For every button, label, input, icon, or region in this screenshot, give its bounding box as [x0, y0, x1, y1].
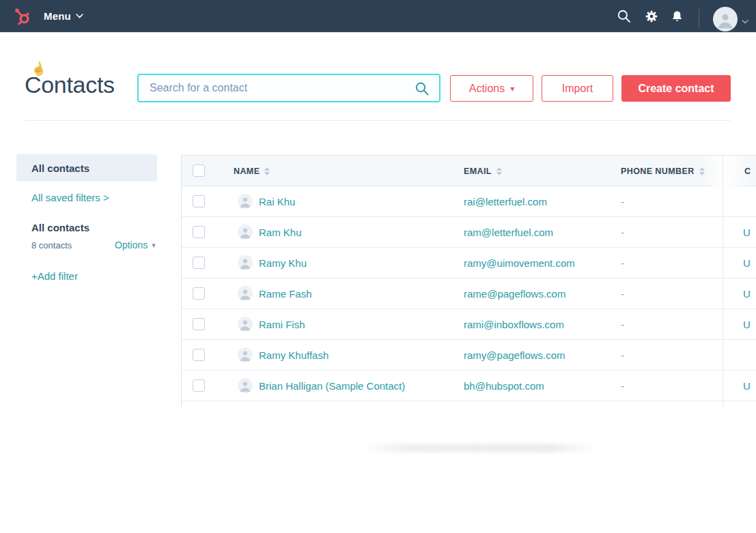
- user-avatar[interactable]: [713, 7, 738, 31]
- menu-dropdown[interactable]: Menu: [44, 0, 83, 32]
- options-label: Options: [115, 240, 148, 250]
- contact-phone: -: [621, 227, 624, 238]
- contact-name-link[interactable]: Rame Fash: [259, 288, 312, 300]
- row-checkbox[interactable]: [193, 226, 205, 238]
- contact-email-link[interactable]: bh@hubspot.com: [464, 380, 544, 392]
- contact-name-link[interactable]: Ramy Khuffash: [259, 349, 328, 361]
- contact-name-link[interactable]: Ram Khu: [259, 227, 302, 238]
- actions-label: Actions: [469, 83, 505, 95]
- column-header-contact-owner-cutoff[interactable]: C: [744, 156, 751, 186]
- table-header-row: NAME EMAIL PHONE NUMBER C: [182, 156, 756, 186]
- contact-phone: -: [621, 196, 624, 207]
- table-row: Rame Fash rame@pageflows.com - U: [182, 278, 756, 309]
- contact-phone: -: [621, 380, 624, 392]
- search-icon[interactable]: [617, 0, 631, 32]
- caret-down-icon: ▾: [510, 85, 514, 93]
- table-bottom-strip: [182, 401, 756, 409]
- row-checkbox[interactable]: [193, 195, 205, 207]
- contact-phone: -: [621, 257, 624, 269]
- contact-phone: -: [621, 288, 624, 300]
- contact-name-link[interactable]: Rami Fish: [259, 319, 305, 330]
- column-header-phone-number[interactable]: PHONE NUMBER: [621, 156, 705, 186]
- settings-gear-icon[interactable]: [645, 0, 658, 32]
- table-row: Brian Halligan (Sample Contact) bh@hubsp…: [182, 371, 756, 401]
- contact-avatar-icon: [238, 194, 253, 209]
- create-contact-label: Create contact: [638, 83, 714, 95]
- sidebar-item-label: All contacts: [31, 162, 89, 174]
- account-chevron-down-icon[interactable]: [742, 14, 748, 27]
- contact-count: 8 contacts: [31, 240, 72, 250]
- chevron-down-icon: [76, 14, 83, 18]
- contact-avatar-icon: [238, 317, 253, 332]
- search-submit-icon[interactable]: [415, 81, 430, 99]
- contact-avatar-icon: [238, 347, 253, 362]
- contact-email-link[interactable]: rame@pageflows.com: [464, 288, 565, 300]
- notifications-bell-icon[interactable]: [671, 0, 684, 32]
- navbar-divider: [699, 9, 699, 28]
- contact-name-link[interactable]: Brian Halligan (Sample Contact): [259, 380, 405, 392]
- contacts-table: NAME EMAIL PHONE NUMBER C Rai Khu r: [181, 155, 756, 409]
- menu-label: Menu: [44, 10, 71, 22]
- table-row: Rai Khu rai@letterfuel.com -: [182, 186, 756, 217]
- scroll-fade: [702, 156, 750, 186]
- column-separator: [723, 156, 723, 408]
- import-label: Import: [562, 83, 593, 95]
- view-title: All contacts: [31, 222, 89, 233]
- contact-avatar-icon: [238, 378, 253, 393]
- hubspot-sprocket-logo-icon[interactable]: [12, 6, 32, 27]
- page-title: Contacts: [25, 72, 115, 98]
- table-row: Ramy Khu ramy@uimovement.com - U: [182, 248, 756, 278]
- row-checkbox[interactable]: [193, 318, 205, 330]
- table-row: Ramy Khuffash ramy@pageflows.com -: [182, 340, 756, 371]
- row-checkbox[interactable]: [193, 349, 205, 361]
- actions-button[interactable]: Actions ▾: [450, 75, 533, 102]
- table-row: Ram Khu ram@letterfuel.com - U: [182, 217, 756, 248]
- contact-owner-cutoff[interactable]: U: [743, 227, 751, 238]
- contact-email-link[interactable]: ramy@pageflows.com: [464, 349, 565, 361]
- table-row: Rami Fish rami@inboxflows.com - U: [182, 309, 756, 340]
- options-dropdown[interactable]: Options ▾: [115, 240, 156, 250]
- select-all-checkbox[interactable]: [193, 164, 205, 177]
- contact-email-link[interactable]: ramy@uimovement.com: [464, 257, 575, 269]
- contact-owner-cutoff[interactable]: U: [743, 380, 751, 392]
- contact-owner-cutoff[interactable]: U: [743, 319, 751, 330]
- row-checkbox[interactable]: [193, 287, 205, 300]
- sort-icon[interactable]: [264, 167, 270, 175]
- contact-email-link[interactable]: rai@letterfuel.com: [464, 196, 547, 207]
- sort-icon[interactable]: [496, 167, 502, 175]
- contact-phone: -: [621, 319, 624, 330]
- top-navbar: Menu: [0, 0, 756, 32]
- column-header-name[interactable]: NAME: [234, 156, 270, 186]
- contact-email-link[interactable]: rami@inboxflows.com: [464, 319, 564, 330]
- filters-sidebar: All contacts All saved filters > All con…: [16, 154, 157, 182]
- hubspot-contacts-screen: Menu: [0, 0, 756, 533]
- contact-owner-cutoff[interactable]: U: [743, 288, 751, 300]
- contact-owner-cutoff[interactable]: U: [743, 257, 751, 269]
- contact-name-link[interactable]: Ramy Khu: [259, 257, 307, 269]
- header-divider: [25, 120, 731, 121]
- contact-avatar-icon: [238, 225, 253, 240]
- contact-avatar-icon: [238, 286, 253, 301]
- create-contact-button[interactable]: Create contact: [621, 75, 731, 102]
- row-checkbox[interactable]: [193, 257, 205, 269]
- loading-shimmer: [362, 444, 598, 452]
- all-saved-filters-link[interactable]: All saved filters >: [31, 192, 109, 203]
- column-header-email[interactable]: EMAIL: [464, 156, 502, 186]
- search-input[interactable]: [139, 75, 439, 101]
- contact-avatar-icon: [238, 255, 253, 270]
- contact-phone: -: [621, 349, 624, 361]
- row-checkbox[interactable]: [193, 379, 205, 392]
- add-filter-link[interactable]: +Add filter: [31, 270, 78, 282]
- contact-search: [137, 74, 440, 102]
- import-button[interactable]: Import: [542, 75, 613, 102]
- caret-down-icon: ▾: [152, 241, 156, 250]
- contact-name-link[interactable]: Rai Khu: [259, 196, 295, 207]
- sidebar-item-all-contacts[interactable]: All contacts: [16, 154, 157, 182]
- contact-email-link[interactable]: ram@letterfuel.com: [464, 227, 553, 238]
